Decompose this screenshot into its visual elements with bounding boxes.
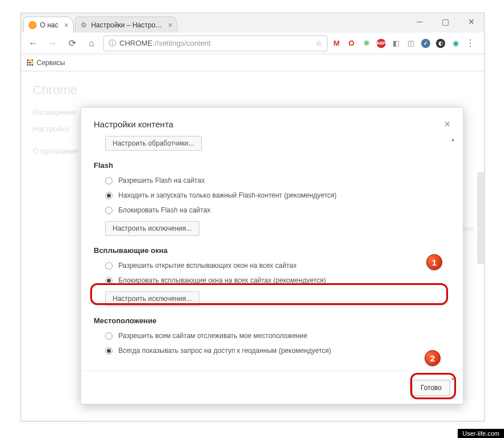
tab-about[interactable]: О нас ×	[23, 17, 74, 33]
maximize-button[interactable]: ▢	[433, 13, 458, 30]
radio-flash-block-label: Блокировать Flash на сайтах	[118, 206, 210, 214]
url-text: CHROMEchrome://://settings/content	[119, 39, 312, 47]
star-icon[interactable]: ☆	[315, 39, 322, 47]
forward-button: →	[45, 36, 60, 51]
modal-footer: Готово	[81, 371, 463, 404]
callout-badge-1: 1	[426, 254, 442, 270]
radio-location-allow[interactable]: Разрешить всем сайтам отслеживать мое ме…	[105, 332, 450, 340]
section-location-heading: Местоположение	[94, 316, 450, 325]
section-flash-heading: Flash	[94, 161, 450, 170]
configure-handlers-button[interactable]: Настроить обработчики...	[105, 136, 202, 151]
watermark: User-life.com	[458, 429, 504, 438]
radio-popups-block-label: Блокировать всплывающие окна на всех сай…	[118, 276, 326, 284]
tab-about-label: О нас	[40, 21, 58, 29]
apps-icon[interactable]	[27, 59, 33, 66]
menu-icon[interactable]: ⋮	[466, 39, 475, 48]
address-bar: ← → ⟳ ⌂ ⓘ CHROMEchrome://://settings/con…	[21, 33, 484, 54]
gear-icon: ⚙	[80, 21, 87, 29]
adblock-icon[interactable]: ABP	[377, 39, 386, 48]
modal-header: Настройки контента ×	[81, 108, 463, 136]
radio-location-ask-label: Всегда показывать запрос на доступ к гео…	[118, 347, 331, 355]
tab-settings-close-icon[interactable]: ×	[168, 21, 173, 30]
ext-gray1-icon[interactable]: ◧	[391, 39, 401, 48]
gmail-icon[interactable]: M	[332, 39, 341, 48]
reload-button[interactable]: ⟳	[65, 36, 79, 51]
radio-icon	[105, 192, 113, 199]
radio-location-allow-label: Разрешить всем сайтам отслеживать мое ме…	[118, 332, 307, 340]
ext-green-icon[interactable]: ❋	[362, 39, 371, 48]
back-button[interactable]: ←	[26, 36, 41, 51]
radio-location-ask[interactable]: Всегда показывать запрос на доступ к гео…	[105, 347, 450, 355]
modal-scroll-up-icon[interactable]: ▴	[451, 136, 457, 142]
home-button[interactable]: ⌂	[84, 36, 99, 51]
radio-flash-allow[interactable]: Разрешить Flash на сайтах	[105, 176, 450, 184]
ext-gray2-icon[interactable]: ◫	[406, 39, 415, 48]
radio-flash-block[interactable]: Блокировать Flash на сайтах	[105, 206, 450, 214]
radio-popups-allow-label: Разрешить открытие всплывающих окон на в…	[118, 262, 297, 270]
minimize-button[interactable]: ─	[407, 13, 433, 30]
content-settings-modal: Настройки контента × Настроить обработчи…	[81, 107, 463, 404]
radio-icon	[105, 277, 113, 284]
radio-flash-detect-label: Находить и запускать только важный Flash…	[118, 191, 337, 199]
tab-about-close-icon[interactable]: ×	[64, 21, 69, 30]
radio-icon	[105, 207, 113, 214]
tab-about-favicon	[29, 21, 37, 29]
eye-icon[interactable]: ◉	[451, 39, 460, 48]
popups-exceptions-button[interactable]: Настроить исключения...	[105, 291, 199, 306]
tab-settings[interactable]: ⚙ Настройки – Настройки ×	[75, 17, 178, 33]
flash-exceptions-button[interactable]: Настроить исключения...	[105, 221, 199, 236]
radio-icon	[105, 347, 113, 355]
radio-icon	[105, 177, 113, 184]
radio-popups-allow[interactable]: Разрешить открытие всплывающих окон на в…	[105, 262, 450, 270]
close-window-button[interactable]: ✕	[458, 13, 484, 30]
modal-close-button[interactable]: ×	[444, 118, 450, 130]
info-icon: ⓘ	[109, 38, 116, 49]
bookmarks-services-label[interactable]: Сервисы	[37, 59, 65, 67]
ext-dark-icon[interactable]: ◐	[436, 39, 445, 48]
extensions-group: M O ❋ ABP ◧ ◫ ✔ ◐ ◉ ⋮	[332, 39, 479, 48]
radio-popups-block[interactable]: Блокировать всплывающие окна на всех сай…	[105, 276, 450, 284]
callout-badge-2: 2	[425, 350, 441, 366]
vk-icon[interactable]: ✔	[421, 39, 430, 48]
section-popups-heading: Всплывающие окна	[94, 246, 450, 255]
radio-flash-detect[interactable]: Находить и запускать только важный Flash…	[105, 191, 450, 199]
window-controls-group: ─ ▢ ✕	[407, 13, 484, 30]
radio-flash-allow-label: Разрешить Flash на сайтах	[118, 176, 205, 184]
done-button[interactable]: Готово	[412, 380, 450, 396]
browser-window: ─ ▢ ✕ О нас × ⚙ Настройки – Настройки × …	[21, 13, 485, 421]
radio-icon	[105, 332, 113, 340]
tab-settings-label: Настройки – Настройки	[91, 21, 162, 29]
url-input[interactable]: ⓘ CHROMEchrome://://settings/content ☆	[103, 35, 327, 51]
modal-body: Настроить обработчики... Flash Разрешить…	[81, 136, 463, 381]
opera-icon[interactable]: O	[347, 39, 356, 48]
bookmarks-bar: Сервисы	[21, 54, 484, 71]
modal-title: Настройки контента	[94, 119, 173, 129]
radio-icon	[105, 262, 113, 270]
